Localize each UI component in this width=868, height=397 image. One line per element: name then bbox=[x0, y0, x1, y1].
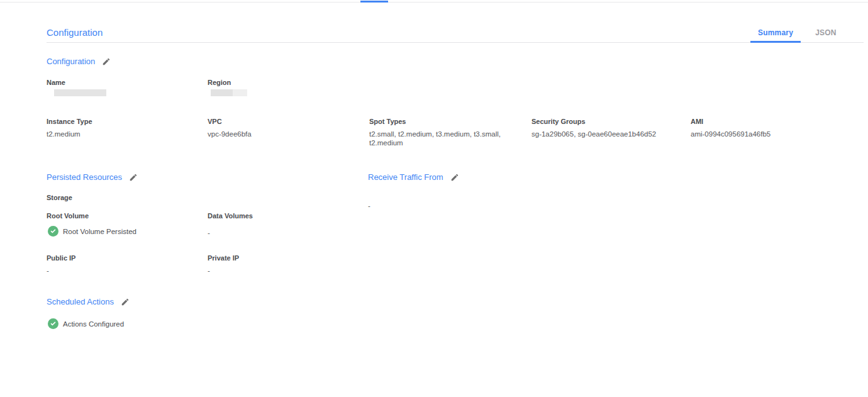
pencil-icon bbox=[102, 57, 111, 66]
field-private-ip: Private IP - bbox=[208, 254, 346, 275]
pencil-icon bbox=[129, 173, 138, 182]
check-circle-icon bbox=[48, 226, 58, 237]
persisted-resources-section-heading: Persisted Resources bbox=[47, 172, 138, 182]
field-root-volume: Root Volume bbox=[47, 212, 185, 220]
pencil-icon bbox=[121, 298, 130, 306]
tab-json[interactable]: JSON bbox=[801, 28, 851, 37]
field-region: Region bbox=[208, 79, 333, 96]
data-volumes-label: Data Volumes bbox=[208, 212, 346, 220]
pencil-icon bbox=[450, 173, 459, 182]
scheduled-actions-status-text: Actions Configured bbox=[63, 320, 124, 328]
scheduled-actions-status: Actions Configured bbox=[48, 318, 124, 329]
receive-traffic-from-section-heading: Receive Traffic From bbox=[368, 172, 459, 182]
ami-value: ami-0994c095691a46fb5 bbox=[691, 130, 829, 138]
security-groups-value: sg-1a29b065, sg-0eae60eeae1b46d52 bbox=[531, 130, 676, 138]
region-label: Region bbox=[208, 79, 333, 87]
root-volume-label: Root Volume bbox=[47, 212, 185, 220]
storage-label: Storage bbox=[47, 194, 72, 202]
field-security-groups: Security Groups sg-1a29b065, sg-0eae60ee… bbox=[531, 118, 676, 138]
top-tab-bar-divider bbox=[0, 2, 868, 3]
tab-summary[interactable]: Summary bbox=[750, 28, 801, 37]
region-value-redacted bbox=[211, 89, 247, 96]
configuration-section-title: Configuration bbox=[47, 57, 95, 67]
page-title: Configuration bbox=[47, 27, 103, 38]
field-public-ip: Public IP - bbox=[47, 254, 185, 275]
edit-scheduled-actions-button[interactable] bbox=[121, 298, 130, 306]
spot-types-value: t2.small, t2.medium, t3.medium, t3.small… bbox=[369, 130, 515, 147]
tab-summary-active-underline bbox=[750, 41, 801, 43]
spot-types-label: Spot Types bbox=[369, 118, 515, 126]
configuration-summary-page: Configuration Summary JSON Configuration… bbox=[0, 0, 868, 397]
root-volume-status: Root Volume Persisted bbox=[48, 226, 136, 237]
active-top-tab-indicator bbox=[360, 1, 388, 3]
public-ip-label: Public IP bbox=[47, 254, 185, 262]
data-volumes-value: - bbox=[208, 228, 210, 237]
scheduled-actions-title: Scheduled Actions bbox=[47, 297, 114, 307]
public-ip-value: - bbox=[47, 266, 185, 275]
root-volume-status-text: Root Volume Persisted bbox=[63, 228, 136, 235]
security-groups-label: Security Groups bbox=[531, 118, 676, 126]
field-vpc: VPC vpc-9dee6bfa bbox=[208, 118, 346, 138]
edit-receive-traffic-from-button[interactable] bbox=[450, 173, 459, 182]
check-circle-icon bbox=[48, 318, 58, 329]
configuration-section-heading: Configuration bbox=[47, 57, 111, 67]
ami-label: AMI bbox=[691, 118, 829, 126]
name-label: Name bbox=[47, 79, 172, 87]
instance-type-value: t2.medium bbox=[47, 130, 185, 138]
field-data-volumes: Data Volumes bbox=[208, 212, 346, 220]
persisted-resources-title: Persisted Resources bbox=[47, 172, 122, 182]
edit-persisted-resources-button[interactable] bbox=[129, 173, 138, 182]
instance-type-label: Instance Type bbox=[47, 118, 185, 126]
private-ip-value: - bbox=[208, 266, 346, 275]
vpc-label: VPC bbox=[208, 118, 346, 126]
field-name: Name bbox=[47, 79, 172, 96]
header-divider bbox=[47, 42, 864, 43]
field-spot-types: Spot Types t2.small, t2.medium, t3.mediu… bbox=[369, 118, 515, 147]
vpc-value: vpc-9dee6bfa bbox=[208, 130, 346, 138]
name-value-redacted bbox=[54, 89, 106, 96]
private-ip-label: Private IP bbox=[208, 254, 346, 262]
field-ami: AMI ami-0994c095691a46fb5 bbox=[691, 118, 829, 138]
edit-configuration-button[interactable] bbox=[102, 57, 111, 66]
receive-traffic-from-value: - bbox=[368, 201, 370, 210]
receive-traffic-from-title: Receive Traffic From bbox=[368, 172, 443, 182]
field-instance-type: Instance Type t2.medium bbox=[47, 118, 185, 138]
scheduled-actions-section-heading: Scheduled Actions bbox=[47, 297, 130, 307]
